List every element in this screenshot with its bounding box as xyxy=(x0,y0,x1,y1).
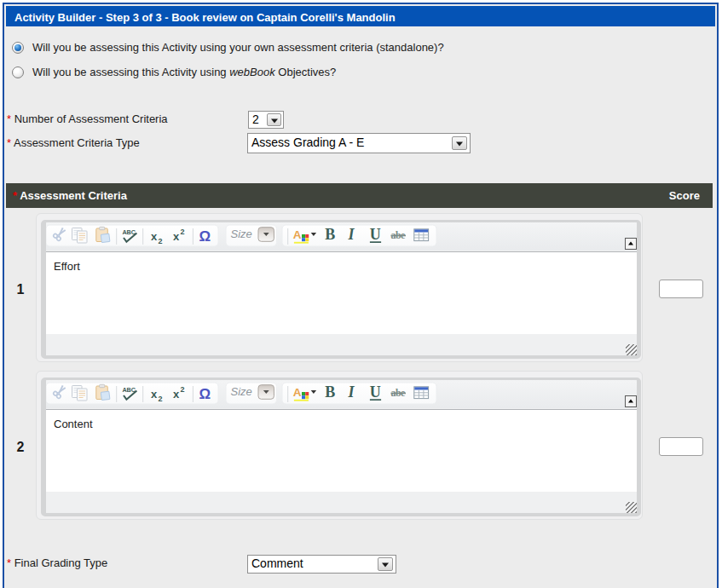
svg-text:B: B xyxy=(325,383,335,401)
svg-text:B: B xyxy=(325,226,335,243)
svg-text:A: A xyxy=(293,228,302,241)
svg-text:Size: Size xyxy=(231,228,252,240)
svg-text:x: x xyxy=(151,388,158,401)
svg-text:x: x xyxy=(173,230,180,243)
svg-text:I: I xyxy=(348,226,355,243)
svg-text:Size: Size xyxy=(231,385,252,398)
svg-text:x: x xyxy=(173,388,180,401)
svg-text:2: 2 xyxy=(181,385,185,394)
svg-text:2: 2 xyxy=(159,237,163,245)
svg-text:Ω: Ω xyxy=(199,386,211,402)
svg-text:2: 2 xyxy=(159,395,163,403)
svg-text:A: A xyxy=(293,386,302,399)
svg-text:U: U xyxy=(370,226,381,243)
svg-text:x: x xyxy=(151,230,158,243)
svg-text:Ω: Ω xyxy=(199,228,211,245)
svg-text:2: 2 xyxy=(181,228,185,236)
svg-text:I: I xyxy=(348,383,355,401)
svg-text:U: U xyxy=(370,383,381,401)
